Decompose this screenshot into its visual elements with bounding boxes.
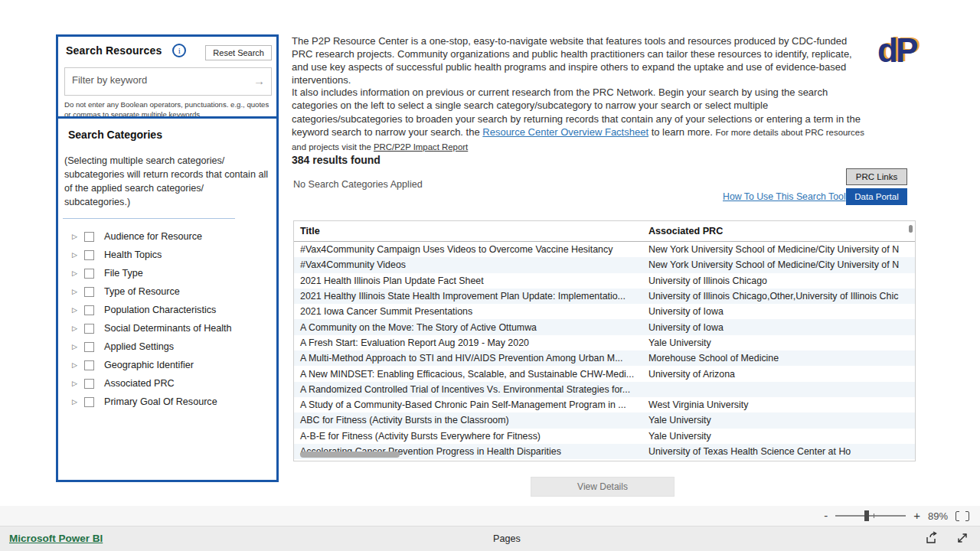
expand-chevron-icon[interactable]: ▷ (72, 307, 79, 314)
table-row[interactable]: A Randomized Controlled Trial of Incenti… (294, 382, 915, 397)
table-row[interactable]: A New MINDSET: Enabling Efficacious, Sca… (294, 366, 915, 381)
cell-associated-prc[interactable]: New York University School of Medicine/C… (642, 259, 915, 270)
data-portal-button[interactable]: Data Portal (846, 188, 907, 205)
expand-chevron-icon[interactable]: ▷ (72, 380, 79, 387)
cell-title[interactable]: 2021 Health Illinois Plan Update Fact Sh… (294, 276, 642, 286)
category-checkbox[interactable] (84, 269, 94, 279)
expand-chevron-icon[interactable]: ▷ (72, 270, 79, 277)
how-to-use-link[interactable]: How To Use This Search Tool (723, 191, 846, 202)
keyword-filter-box[interactable]: → (64, 67, 272, 96)
results-table[interactable]: Title Associated PRC #Vax4Community Camp… (293, 220, 916, 461)
expand-chevron-icon[interactable]: ▷ (72, 252, 79, 259)
zoom-slider-thumb[interactable] (864, 510, 869, 521)
category-checkbox[interactable] (84, 397, 94, 407)
table-row[interactable]: A Study of a Community-Based Chronic Pai… (294, 397, 915, 412)
category-item-applied-settings[interactable]: ▷Applied Settings (72, 337, 276, 356)
category-checkbox[interactable] (84, 232, 94, 242)
cell-associated-prc[interactable]: University of Illinois Chicago,Other,Uni… (642, 291, 915, 302)
cell-title[interactable]: A Randomized Controlled Trial of Incenti… (294, 384, 642, 395)
no-categories-applied: No Search Categories Applied (293, 179, 423, 190)
category-label: Social Determinants of Health (104, 323, 232, 334)
prc-links-button[interactable]: PRC Links (846, 168, 907, 185)
cell-associated-prc[interactable]: New York University School of Medicine/C… (642, 244, 915, 255)
category-checkbox[interactable] (84, 379, 94, 389)
cell-associated-prc[interactable]: Yale University (642, 431, 915, 442)
cell-associated-prc[interactable]: University of Arizona (642, 369, 915, 380)
cell-title[interactable]: A Study of a Community-Based Chronic Pai… (294, 399, 642, 410)
cell-associated-prc[interactable]: University of Iowa (642, 306, 915, 317)
category-label: Health Topics (104, 249, 162, 260)
cell-associated-prc[interactable]: University of Iowa (642, 322, 915, 333)
cell-title[interactable]: A New MINDSET: Enabling Efficacious, Sca… (294, 369, 642, 380)
category-checkbox[interactable] (84, 305, 94, 315)
category-checkbox[interactable] (84, 324, 94, 334)
search-arrow-icon[interactable]: → (253, 68, 271, 87)
impact-report-link[interactable]: PRC/P2P Impact Report (374, 142, 468, 152)
column-header-associated-prc[interactable]: Associated PRC (642, 226, 915, 236)
cell-title[interactable]: #Vax4Community Campaign Uses Videos to O… (294, 244, 642, 255)
expand-chevron-icon[interactable]: ▷ (72, 289, 79, 295)
table-row[interactable]: A Multi-Method Approach to STI and HIV/A… (294, 350, 915, 366)
column-header-title[interactable]: Title (294, 226, 642, 236)
cell-title[interactable]: #Vax4Community Videos (294, 259, 642, 270)
cell-associated-prc[interactable]: Yale University (642, 337, 915, 348)
category-item-geographic-identifier[interactable]: ▷Geographic Identifier (72, 356, 276, 374)
zoom-strip: - + 89% (0, 506, 980, 527)
table-row[interactable]: #Vax4Community VideosNew York University… (294, 257, 915, 272)
factsheet-link[interactable]: Resource Center Overview Factsheet (482, 126, 648, 138)
cell-title[interactable]: 2021 Healthy Illinois State Health Impro… (294, 291, 642, 302)
keyword-filter-input[interactable] (65, 68, 253, 86)
info-icon[interactable]: i (172, 44, 186, 57)
pages-label[interactable]: Pages (493, 533, 521, 544)
cell-title[interactable]: A Fresh Start: Evaluation Report Aug 201… (294, 337, 642, 348)
cell-associated-prc[interactable]: University of Illinois Chicago (642, 276, 915, 286)
cell-associated-prc[interactable]: University of Texas Health Science Cente… (642, 446, 915, 457)
category-item-population-characteristics[interactable]: ▷Population Characteristics (72, 301, 276, 319)
table-row[interactable]: A Fresh Start: Evaluation Report Aug 201… (294, 335, 915, 350)
view-details-button[interactable]: View Details (531, 477, 675, 497)
expand-chevron-icon[interactable]: ▷ (72, 344, 79, 350)
cell-title[interactable]: A Multi-Method Approach to STI and HIV/A… (294, 353, 642, 364)
reset-search-button[interactable]: Reset Search (205, 45, 272, 60)
cell-associated-prc[interactable]: Yale University (642, 415, 915, 425)
table-row[interactable]: ABC for Fitness (Activity Bursts in the … (294, 412, 915, 428)
category-checkbox[interactable] (84, 250, 94, 260)
category-checkbox[interactable] (84, 342, 94, 352)
table-row[interactable]: A-B-E for Fitness (Activity Bursts Every… (294, 429, 915, 444)
table-row[interactable]: #Vax4Community Campaign Uses Videos to O… (294, 242, 915, 257)
zoom-slider[interactable] (835, 510, 906, 521)
expand-chevron-icon[interactable]: ▷ (72, 362, 79, 369)
category-item-associated-prc[interactable]: ▷Associated PRC (72, 374, 276, 393)
category-item-type-of-resource[interactable]: ▷Type of Resource (72, 282, 276, 301)
horizontal-scrollbar[interactable] (300, 452, 400, 458)
intro-paragraph-2: It also includes information on previous… (292, 86, 872, 154)
table-row[interactable]: A Community on the Move: The Story of Ac… (294, 319, 915, 334)
expand-chevron-icon[interactable]: ▷ (72, 233, 79, 240)
share-icon[interactable] (925, 531, 939, 545)
microsoft-powerbi-link[interactable]: Microsoft Power BI (9, 533, 103, 544)
category-item-audience-for-resource[interactable]: ▷Audience for Resource (72, 227, 276, 246)
cell-associated-prc[interactable]: Morehouse School of Medicine (642, 353, 915, 364)
cell-associated-prc[interactable]: West Virginia University (642, 399, 915, 410)
category-checkbox[interactable] (84, 287, 94, 297)
category-item-primary-goal-of-resource[interactable]: ▷Primary Goal Of Resource (72, 393, 276, 411)
cell-title[interactable]: A-B-E for Fitness (Activity Bursts Every… (294, 431, 642, 442)
category-item-file-type[interactable]: ▷File Type (72, 264, 276, 282)
zoom-in-button[interactable]: + (913, 510, 920, 521)
table-row[interactable]: 2021 Health Illinois Plan Update Fact Sh… (294, 273, 915, 289)
cell-title[interactable]: ABC for Fitness (Activity Bursts in the … (294, 415, 642, 425)
vertical-scrollbar[interactable] (909, 225, 913, 233)
expand-chevron-icon[interactable]: ▷ (72, 325, 79, 332)
table-row[interactable]: 2021 Iowa Cancer Summit PresentationsUni… (294, 304, 915, 319)
table-row[interactable]: 2021 Healthy Illinois State Health Impro… (294, 289, 915, 304)
fit-to-page-icon[interactable] (956, 511, 969, 521)
expand-chevron-icon[interactable]: ▷ (72, 399, 79, 406)
category-label: File Type (104, 268, 143, 279)
fullscreen-icon[interactable] (956, 531, 969, 545)
cell-title[interactable]: 2021 Iowa Cancer Summit Presentations (294, 306, 642, 317)
zoom-out-button[interactable]: - (824, 510, 828, 521)
category-item-social-determinants-of-health[interactable]: ▷Social Determinants of Health (72, 319, 276, 337)
cell-title[interactable]: A Community on the Move: The Story of Ac… (294, 322, 642, 333)
category-checkbox[interactable] (84, 360, 94, 370)
category-item-health-topics[interactable]: ▷Health Topics (72, 246, 276, 264)
